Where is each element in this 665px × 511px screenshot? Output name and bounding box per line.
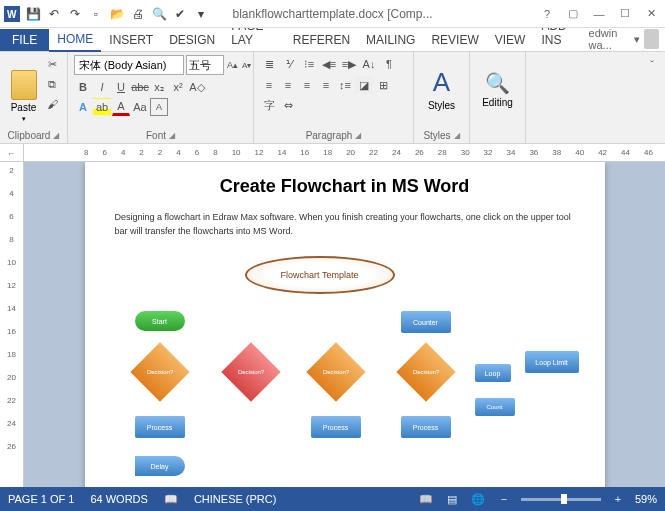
align-right-icon[interactable]: ≡ [298, 76, 316, 94]
decrease-indent-icon[interactable]: ◀≡ [320, 55, 338, 73]
preview-icon[interactable]: 🔍 [149, 4, 169, 24]
tab-home[interactable]: HOME [49, 28, 101, 52]
vertical-ruler[interactable]: 2468101214161820222426 [0, 162, 24, 487]
word-icon[interactable]: W [2, 4, 22, 24]
shading-icon[interactable]: ◪ [355, 76, 373, 94]
quick-access-toolbar: W 💾 ↶ ↷ ▫ 📂 🖨 🔍 ✔ ▾ [2, 4, 211, 24]
print-icon[interactable]: 🖨 [128, 4, 148, 24]
close-icon[interactable]: ✕ [639, 4, 663, 24]
clipboard-label: Clipboard [8, 130, 51, 141]
qat-more-icon[interactable]: ▾ [191, 4, 211, 24]
line-spacing-icon[interactable]: ↕≡ [336, 76, 354, 94]
doc-body-text: Designing a flowchart in Edraw Max softw… [115, 211, 575, 238]
bullets-icon[interactable]: ≣ [260, 55, 278, 73]
help-icon[interactable]: ? [535, 4, 559, 24]
font-label: Font [146, 130, 166, 141]
numbering-icon[interactable]: ⅟ [280, 55, 298, 73]
status-page[interactable]: PAGE 1 OF 1 [8, 493, 74, 505]
paragraph-launcher-icon[interactable]: ◢ [355, 131, 361, 140]
ruler-corner[interactable]: ⌐ [0, 144, 24, 162]
tab-insert[interactable]: INSERT [101, 29, 161, 51]
character-border-icon[interactable]: A [150, 98, 168, 116]
grow-font-icon[interactable]: A▴ [226, 56, 239, 74]
asian-layout-icon[interactable]: 字 [260, 96, 278, 114]
font-launcher-icon[interactable]: ◢ [169, 131, 175, 140]
group-font: A▴ A▾ B I U abc x₂ x² A◇ A ab A Aa A Fon… [68, 52, 254, 143]
horizontal-ruler[interactable]: 8642246810121416182022242628303234363840… [24, 144, 665, 162]
group-clipboard: Paste ▾ ✂ ⧉ 🖌 Clipboard◢ [0, 52, 68, 143]
text-effects-icon[interactable]: A [74, 98, 92, 116]
file-tab[interactable]: FILE [0, 29, 49, 51]
status-proof-icon[interactable]: 📖 [164, 493, 178, 506]
undo-icon[interactable]: ↶ [44, 4, 64, 24]
font-color-icon[interactable]: A [112, 98, 130, 116]
borders-icon[interactable]: ⊞ [374, 76, 392, 94]
clipboard-launcher-icon[interactable]: ◢ [53, 131, 59, 140]
user-name: edwin wa... [589, 27, 630, 51]
spell-icon[interactable]: ✔ [170, 4, 190, 24]
redo-icon[interactable]: ↷ [65, 4, 85, 24]
sort-icon[interactable]: A↓ [360, 55, 378, 73]
styles-launcher-icon[interactable]: ◢ [454, 131, 460, 140]
minimize-icon[interactable]: — [587, 4, 611, 24]
tab-view[interactable]: VIEW [487, 29, 534, 51]
cut-icon[interactable]: ✂ [43, 55, 61, 73]
read-mode-icon[interactable]: 📖 [417, 491, 435, 507]
zoom-out-icon[interactable]: − [495, 491, 513, 507]
title-bar: W 💾 ↶ ↷ ▫ 📂 🖨 🔍 ✔ ▾ blankflowcharttempla… [0, 0, 665, 28]
styles-button[interactable]: A Styles [420, 55, 463, 123]
increase-indent-icon[interactable]: ≡▶ [340, 55, 358, 73]
justify-icon[interactable]: ≡ [317, 76, 335, 94]
tab-review[interactable]: REVIEW [423, 29, 486, 51]
editing-button[interactable]: 🔍 Editing [476, 55, 519, 123]
tab-design[interactable]: DESIGN [161, 29, 223, 51]
highlight-icon[interactable]: ab [93, 98, 111, 116]
avatar[interactable] [644, 29, 659, 49]
print-layout-icon[interactable]: ▤ [443, 491, 461, 507]
page[interactable]: Create Flowchart in MS Word Designing a … [85, 162, 605, 487]
tab-references[interactable]: REFEREN [285, 29, 358, 51]
format-painter-icon[interactable]: 🖌 [43, 95, 61, 113]
ruler-area: ⌐ 86422468101214161820222426283032343638… [0, 144, 665, 162]
zoom-thumb[interactable] [561, 494, 567, 504]
distributed-icon[interactable]: ⇔ [279, 96, 297, 114]
copy-icon[interactable]: ⧉ [43, 75, 61, 93]
fc-counter: Counter [401, 311, 451, 333]
fc-decision1: Decision? [130, 342, 189, 401]
subscript-icon[interactable]: x₂ [150, 78, 168, 96]
change-case-icon[interactable]: Aa [131, 98, 149, 116]
tab-mailings[interactable]: MAILING [358, 29, 423, 51]
superscript-icon[interactable]: x² [169, 78, 187, 96]
new-icon[interactable]: ▫ [86, 4, 106, 24]
paste-button[interactable]: Paste ▾ [6, 55, 41, 123]
show-marks-icon[interactable]: ¶ [380, 55, 398, 73]
clear-format-icon[interactable]: A◇ [188, 78, 206, 96]
flowchart-banner: Flowchart Template [245, 256, 395, 294]
collapse-ribbon-icon[interactable]: ˇ [643, 56, 661, 74]
strike-icon[interactable]: abc [131, 78, 149, 96]
open-icon[interactable]: 📂 [107, 4, 127, 24]
find-icon: 🔍 [485, 71, 510, 95]
web-layout-icon[interactable]: 🌐 [469, 491, 487, 507]
status-language[interactable]: CHINESE (PRC) [194, 493, 277, 505]
window-title: blankflowcharttemplate.docx [Comp... [232, 7, 432, 21]
shrink-font-icon[interactable]: A▾ [241, 56, 252, 74]
maximize-icon[interactable]: ☐ [613, 4, 637, 24]
multilevel-icon[interactable]: ⁝≡ [300, 55, 318, 73]
status-words[interactable]: 64 WORDS [90, 493, 147, 505]
save-icon[interactable]: 💾 [23, 4, 43, 24]
align-left-icon[interactable]: ≡ [260, 76, 278, 94]
fc-loop: Loop [475, 364, 511, 382]
bold-icon[interactable]: B [74, 78, 92, 96]
underline-icon[interactable]: U [112, 78, 130, 96]
zoom-slider[interactable] [521, 498, 601, 501]
document-scroll[interactable]: Create Flowchart in MS Word Designing a … [24, 162, 665, 487]
font-name-input[interactable] [74, 55, 184, 75]
zoom-level[interactable]: 59% [635, 493, 657, 505]
italic-icon[interactable]: I [93, 78, 111, 96]
zoom-in-icon[interactable]: + [609, 491, 627, 507]
align-center-icon[interactable]: ≡ [279, 76, 297, 94]
ribbon-display-icon[interactable]: ▢ [561, 4, 585, 24]
font-size-input[interactable] [186, 55, 224, 75]
user-area[interactable]: edwin wa... ▾ [589, 27, 665, 51]
